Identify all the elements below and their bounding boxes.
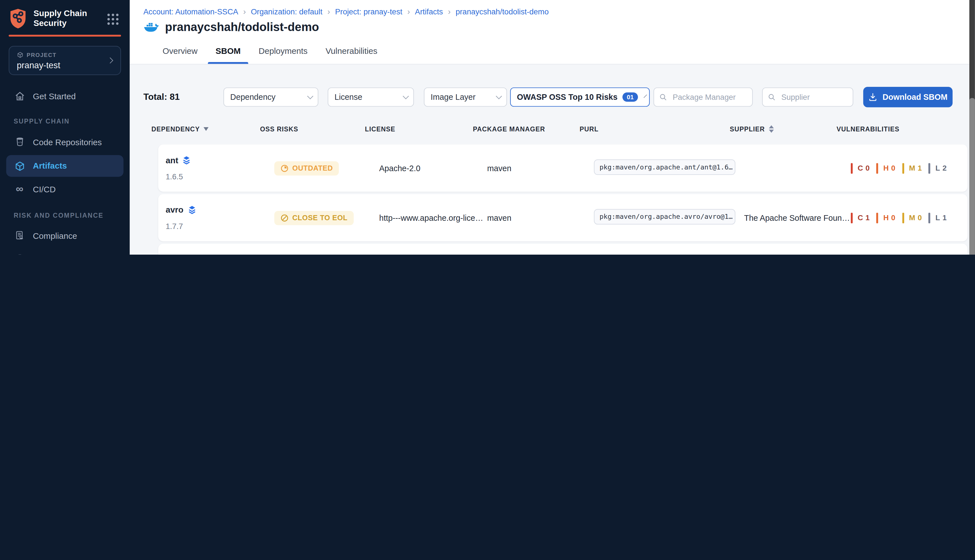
breadcrumb-artifacts[interactable]: Artifacts	[415, 7, 443, 16]
docker-icon	[143, 21, 159, 33]
breadcrumb-separator: ›	[448, 7, 451, 16]
vulnerabilities-cell: C1 H0 M0 L1	[851, 212, 968, 223]
page-title: pranaycshah/todolist-demo	[165, 21, 319, 34]
sidebar-item-get-started[interactable]: Get Started	[0, 87, 130, 105]
critical-count: C1	[851, 212, 870, 223]
purl-cell: pkg:maven/org.apache.ant/ant@1.6…	[594, 159, 744, 177]
owasp-count-badge: 01	[622, 92, 638, 102]
sort-both-icon	[768, 125, 773, 133]
package-manager-search	[653, 87, 753, 107]
oss-risk-label: CLOSE TO EOL	[292, 214, 347, 222]
image-layer-filter-dropdown[interactable]: Image Layer	[424, 87, 507, 107]
sidebar-item-label: Compliance	[33, 231, 77, 240]
sidebar-item-cicd[interactable]: ∞ CI/CD	[0, 180, 130, 198]
dependency-cell: avro 1.7.7	[165, 205, 274, 230]
home-icon	[13, 90, 25, 102]
chevron-down-icon	[644, 95, 647, 98]
oss-risk-cell: OUTDATED	[274, 161, 379, 175]
critical-count: C0	[851, 163, 870, 173]
sidebar-section-risk-compliance: RISK AND COMPLIANCE	[13, 212, 103, 219]
no-entry-icon	[280, 214, 289, 222]
scrollbar-track[interactable]	[969, 0, 975, 255]
chevron-down-icon	[496, 93, 502, 99]
supplier-search-input[interactable]	[780, 92, 848, 102]
app-title: Supply Chain Security	[33, 9, 96, 28]
sidebar-item-rule-definitions[interactable]: Rule Definitions	[0, 250, 130, 255]
clipboard-check-icon	[13, 253, 25, 255]
package-manager-search-input[interactable]	[671, 92, 747, 102]
low-count: L2	[929, 163, 947, 173]
oss-risk-cell: CLOSE TO EOL	[274, 211, 379, 225]
breadcrumb-account[interactable]: Account: Automation-SSCA	[143, 7, 238, 16]
tab-overview[interactable]: Overview	[162, 47, 197, 64]
svg-text:</>: </>	[18, 141, 22, 144]
low-count: L1	[929, 212, 947, 223]
oss-risk-badge: OUTDATED	[274, 161, 339, 175]
download-sbom-button[interactable]: Download SBOM	[863, 87, 953, 107]
license-filter-dropdown[interactable]: License	[327, 87, 414, 107]
breadcrumb-separator: ›	[407, 7, 410, 16]
sidebar-item-label: Artifacts	[33, 161, 67, 171]
chevron-right-icon	[107, 58, 114, 64]
project-selector[interactable]: PROJECT pranay-test	[9, 46, 121, 75]
total-count: Total: 81	[143, 92, 180, 102]
dependency-cell: ant 1.6.5	[165, 155, 274, 181]
sidebar-item-code-repositories[interactable]: </> Code Repositories	[0, 133, 130, 152]
purl-chip[interactable]: pkg:maven/org.apache.ant/ant@1.6…	[594, 159, 735, 175]
download-icon	[868, 92, 878, 102]
supplier-search	[762, 87, 853, 107]
sort-descending-icon	[204, 127, 209, 131]
clock-icon	[280, 164, 289, 172]
sidebar: Supply Chain Security PROJECT pranay-tes…	[0, 0, 130, 255]
shield-logo-icon	[9, 8, 27, 29]
chevron-down-icon	[403, 93, 409, 99]
chevron-down-icon	[307, 93, 314, 99]
medium-count: M1	[902, 163, 922, 173]
tab-sbom[interactable]: SBOM	[215, 47, 240, 64]
tab-deployments[interactable]: Deployments	[259, 47, 307, 64]
total-label: Total:	[143, 92, 167, 102]
column-supplier[interactable]: SUPPLIER	[730, 125, 836, 133]
column-oss-risks: OSS RISKS	[260, 125, 365, 133]
scrollbar-thumb[interactable]	[969, 98, 975, 255]
breadcrumb-separator: ›	[327, 7, 330, 16]
dependency-filter-dropdown[interactable]: Dependency	[224, 87, 319, 107]
oss-risk-label: OUTDATED	[292, 164, 333, 172]
sidebar-item-compliance[interactable]: Compliance	[0, 227, 130, 245]
layers-icon	[188, 205, 196, 214]
artifacts-cube-icon	[13, 160, 25, 172]
page-header: Account: Automation-SSCA › Organization:…	[130, 0, 975, 65]
tab-bar: Overview SBOM Deployments Vulnerabilitie…	[162, 47, 377, 64]
license-cell: Apache-2.0	[379, 163, 487, 173]
sidebar-item-label: Get Started	[33, 92, 76, 101]
brand-divider	[9, 35, 121, 37]
sidebar-item-artifacts[interactable]: Artifacts	[6, 155, 124, 177]
title-row: pranaycshah/todolist-demo	[143, 21, 319, 34]
search-icon	[659, 93, 667, 101]
layers-icon	[182, 155, 191, 165]
purl-chip[interactable]: pkg:maven/org.apache.avro/avro@1…	[594, 209, 735, 224]
owasp-risks-filter-dropdown[interactable]: OWASP OSS Top 10 Risks 01	[510, 87, 650, 107]
purl-cell: pkg:maven/org.apache.avro/avro@1…	[594, 209, 744, 227]
tab-vulnerabilities[interactable]: Vulnerabilities	[326, 47, 377, 64]
dependency-name: avro	[165, 205, 184, 214]
high-count: H0	[876, 163, 895, 173]
sidebar-item-label: Code Repositories	[33, 137, 102, 147]
table-row[interactable]: ant 1.6.5 OUTDATED Apache-2.0 maven pkg:…	[158, 145, 967, 192]
column-dependency[interactable]: DEPENDENCY	[152, 125, 260, 133]
table-body: ant 1.6.5 OUTDATED Apache-2.0 maven pkg:…	[130, 145, 975, 255]
module-switcher-icon[interactable]	[107, 13, 119, 25]
breadcrumb-project[interactable]: Project: pranay-test	[335, 7, 402, 16]
breadcrumb-organization[interactable]: Organization: default	[251, 7, 322, 16]
code-repository-icon: </>	[13, 136, 25, 148]
sbom-content: Total: 81 Dependency License Image Layer…	[130, 65, 975, 255]
oss-risk-badge: CLOSE TO EOL	[274, 211, 354, 225]
medium-count: M0	[902, 212, 922, 223]
project-label: PROJECT	[17, 52, 57, 58]
table-row[interactable]: avro 1.7.7 CLOSE TO EOL http---www.apach…	[158, 194, 967, 242]
infinity-icon: ∞	[13, 183, 25, 195]
table-row[interactable]: bash 5.1-6ubuntu1 - GPL-3.0-only deb pkg…	[158, 243, 967, 255]
sidebar-section-supply-chain: SUPPLY CHAIN	[13, 117, 69, 125]
breadcrumb-artifact-name[interactable]: pranaycshah/todolist-demo	[456, 7, 549, 16]
cube-icon	[17, 52, 23, 58]
